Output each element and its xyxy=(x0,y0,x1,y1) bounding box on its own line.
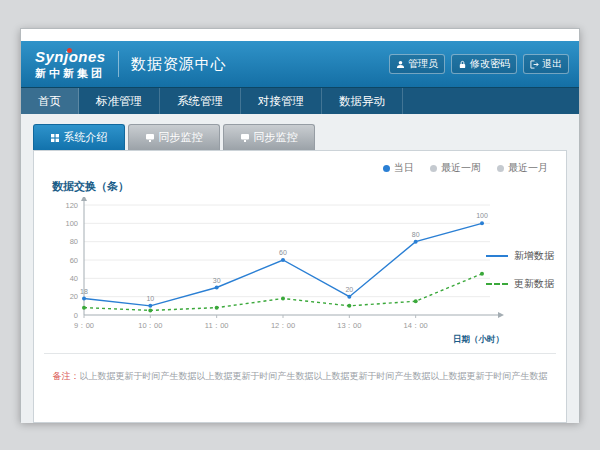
legend-label: 更新数据 xyxy=(514,277,554,291)
chart-legend: 新增数据 更新数据 xyxy=(486,249,554,305)
svg-text:30: 30 xyxy=(213,277,221,284)
footnote: 备注：以上数据更新于时间产生数据以上数据更新于时间产生数据以上数据更新于时间产生… xyxy=(44,353,556,383)
footnote-prefix: 备注： xyxy=(53,371,80,381)
admin-button[interactable]: 管理员 xyxy=(389,54,445,74)
legend-line-sample xyxy=(486,255,508,257)
tab-sync-monitor-1[interactable]: 同步监控 xyxy=(128,124,220,150)
legend-item-new-data: 新增数据 xyxy=(486,249,554,263)
monitor-icon xyxy=(241,134,249,142)
chart-container: 0204060801001209：0010：0011：0012：0013：001… xyxy=(42,197,512,351)
svg-text:20: 20 xyxy=(70,292,78,301)
desktop-background: Synjones 新中新集团 数据资源中心 管理员 修改密码 xyxy=(0,0,600,450)
legend-label: 新增数据 xyxy=(514,249,554,263)
svg-text:14：00: 14：00 xyxy=(404,321,428,330)
svg-text:100: 100 xyxy=(476,212,488,219)
filter-last-month[interactable]: 最近一月 xyxy=(497,161,548,175)
filter-today[interactable]: 当日 xyxy=(383,161,414,175)
tab-system-intro[interactable]: 系统介绍 xyxy=(33,124,125,150)
radio-dot-icon xyxy=(430,165,437,172)
filter-label: 最近一周 xyxy=(441,161,481,175)
nav-item-home[interactable]: 首页 xyxy=(21,88,79,114)
range-filters: 当日 最近一周 最近一月 xyxy=(383,161,548,175)
line-chart: 0204060801001209：0010：0011：0012：0013：001… xyxy=(42,197,512,347)
svg-text:20: 20 xyxy=(345,286,353,293)
user-icon xyxy=(396,60,405,69)
legend-line-sample xyxy=(486,283,508,285)
tab-label: 系统介绍 xyxy=(64,130,108,145)
svg-text:13：00: 13：00 xyxy=(337,321,361,330)
svg-text:40: 40 xyxy=(70,274,78,283)
logout-label: 退出 xyxy=(542,57,562,71)
svg-text:10: 10 xyxy=(146,295,154,302)
filter-last-week[interactable]: 最近一周 xyxy=(430,161,481,175)
svg-text:18: 18 xyxy=(80,288,88,295)
svg-text:80: 80 xyxy=(70,237,78,246)
svg-text:12：00: 12：00 xyxy=(271,321,295,330)
logout-icon xyxy=(530,60,539,69)
svg-text:日期（小时）: 日期（小时） xyxy=(453,334,504,344)
tab-label: 同步监控 xyxy=(254,130,298,145)
tab-sync-monitor-2[interactable]: 同步监控 xyxy=(223,124,315,150)
svg-text:0: 0 xyxy=(74,311,78,320)
app-title: 数据资源中心 xyxy=(131,55,227,74)
header-actions: 管理员 修改密码 退出 xyxy=(389,54,569,74)
nav-item-connect-mgmt[interactable]: 对接管理 xyxy=(241,88,322,114)
chart-panel: 当日 最近一周 最近一月 数据交换（条） 0204060801001209：00… xyxy=(33,150,567,423)
nav-item-system-mgmt[interactable]: 系统管理 xyxy=(160,88,241,114)
logout-button[interactable]: 退出 xyxy=(523,54,569,74)
content-area: 系统介绍 同步监控 同步监控 xyxy=(21,114,579,423)
nav-item-data-change[interactable]: 数据异动 xyxy=(322,88,403,114)
radio-dot-icon xyxy=(497,165,504,172)
svg-text:11：00: 11：00 xyxy=(205,321,229,330)
monitor-icon xyxy=(146,134,154,142)
logo-subtitle: 新中新集团 xyxy=(35,67,106,79)
svg-text:10：00: 10：00 xyxy=(138,321,162,330)
nav-item-standard-mgmt[interactable]: 标准管理 xyxy=(79,88,160,114)
svg-text:9：00: 9：00 xyxy=(74,321,94,330)
radio-dot-icon xyxy=(383,165,390,172)
filter-label: 最近一月 xyxy=(508,161,548,175)
app-window: Synjones 新中新集团 数据资源中心 管理员 修改密码 xyxy=(20,28,580,422)
change-password-button[interactable]: 修改密码 xyxy=(451,54,517,74)
svg-text:60: 60 xyxy=(70,256,78,265)
svg-text:60: 60 xyxy=(279,249,287,256)
brand-logo: Synjones 新中新集团 xyxy=(31,49,106,79)
admin-button-label: 管理员 xyxy=(408,57,438,71)
svg-text:80: 80 xyxy=(412,231,420,238)
filter-label: 当日 xyxy=(394,161,414,175)
svg-text:100: 100 xyxy=(65,219,78,228)
legend-item-update-data: 更新数据 xyxy=(486,277,554,291)
tab-label: 同步监控 xyxy=(159,130,203,145)
chart-y-axis-title: 数据交换（条） xyxy=(52,179,129,194)
header-divider xyxy=(118,51,119,77)
main-nav: 首页 标准管理 系统管理 对接管理 数据异动 xyxy=(21,87,579,114)
svg-text:120: 120 xyxy=(65,201,78,210)
app-header: Synjones 新中新集团 数据资源中心 管理员 修改密码 xyxy=(21,41,579,87)
change-password-label: 修改密码 xyxy=(470,57,510,71)
footnote-text: 以上数据更新于时间产生数据以上数据更新于时间产生数据以上数据更新于时间产生数据以… xyxy=(80,371,548,381)
window-top-strip xyxy=(21,29,579,41)
lock-icon xyxy=(458,60,467,69)
grid-icon xyxy=(51,134,59,142)
tab-bar: 系统介绍 同步监控 同步监控 xyxy=(33,124,567,150)
